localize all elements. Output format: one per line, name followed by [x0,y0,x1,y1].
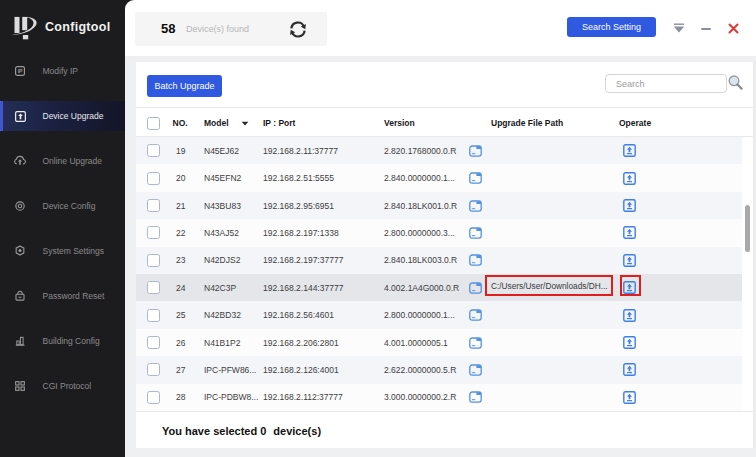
svg-text:IP: IP [18,68,23,74]
